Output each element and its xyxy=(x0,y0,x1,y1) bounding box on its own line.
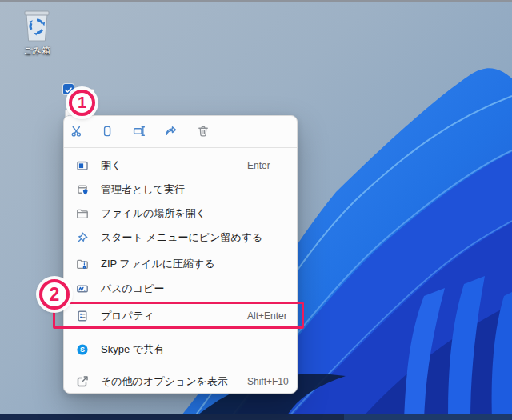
recycle-bin-icon xyxy=(21,6,53,43)
menu-item-share-with-skype[interactable]: S Skype で共有 xyxy=(65,338,298,362)
delete-icon[interactable] xyxy=(197,125,210,138)
menu-divider xyxy=(64,147,297,148)
menu-item-label: ZIP ファイルに圧縮する xyxy=(101,257,215,271)
menu-item-label: 管理者として実行 xyxy=(101,182,185,197)
menu-item-label: ファイルの場所を開く xyxy=(101,206,206,221)
menu-item-shortcut: Enter xyxy=(247,160,270,171)
step-1-number: 1 xyxy=(78,94,86,112)
menu-item-show-more-options[interactable]: その他のオプションを表示 Shift+F10 xyxy=(65,370,298,394)
svg-text:S: S xyxy=(80,346,85,354)
copy-icon[interactable] xyxy=(101,125,114,138)
properties-highlight-box xyxy=(53,302,304,329)
menu-item-label: パスのコピー xyxy=(101,282,165,296)
menu-item-label: スタート メニューにピン留めする xyxy=(101,230,262,245)
menu-item-pin-to-start[interactable]: スタート メニューにピン留めする xyxy=(65,226,298,250)
cut-icon[interactable] xyxy=(70,125,83,138)
recycle-bin-label: ごみ箱 xyxy=(23,45,50,57)
run-as-admin-icon xyxy=(76,183,89,196)
menu-item-compress-to-zip[interactable]: ZIP ファイルに圧縮する xyxy=(65,251,298,276)
screenshot-top-border xyxy=(0,0,512,2)
skype-icon: S xyxy=(76,343,89,356)
rename-icon[interactable] xyxy=(133,125,146,138)
menu-item-label: その他のオプションを表示 xyxy=(101,374,228,389)
show-more-icon xyxy=(76,375,89,388)
menu-item-label: Skype で共有 xyxy=(101,342,164,357)
share-icon[interactable] xyxy=(165,125,178,138)
menu-item-label: 開く xyxy=(101,158,122,173)
step-2-badge: 2 xyxy=(39,279,70,310)
menu-item-shortcut: Shift+F10 xyxy=(247,376,289,387)
open-icon xyxy=(76,159,89,172)
menu-item-open[interactable]: 開く Enter xyxy=(65,154,298,178)
menu-item-run-as-admin[interactable]: 管理者として実行 xyxy=(65,178,298,202)
menu-divider xyxy=(64,366,297,366)
copy-path-icon xyxy=(76,282,89,295)
menu-item-open-file-location[interactable]: ファイルの場所を開く xyxy=(65,202,298,226)
zip-folder-icon xyxy=(76,258,89,270)
menu-item-copy-as-path[interactable]: パスのコピー xyxy=(65,277,298,301)
step-1-badge: 1 xyxy=(69,90,95,116)
folder-icon xyxy=(76,207,89,220)
pin-icon xyxy=(76,231,89,244)
recycle-bin-desktop-icon[interactable]: ごみ箱 xyxy=(12,6,62,57)
step-2-number: 2 xyxy=(50,284,60,306)
context-menu: 開く Enter 管理者として実行 ファイルの場所を開く スタート メニューにピ… xyxy=(63,115,298,394)
